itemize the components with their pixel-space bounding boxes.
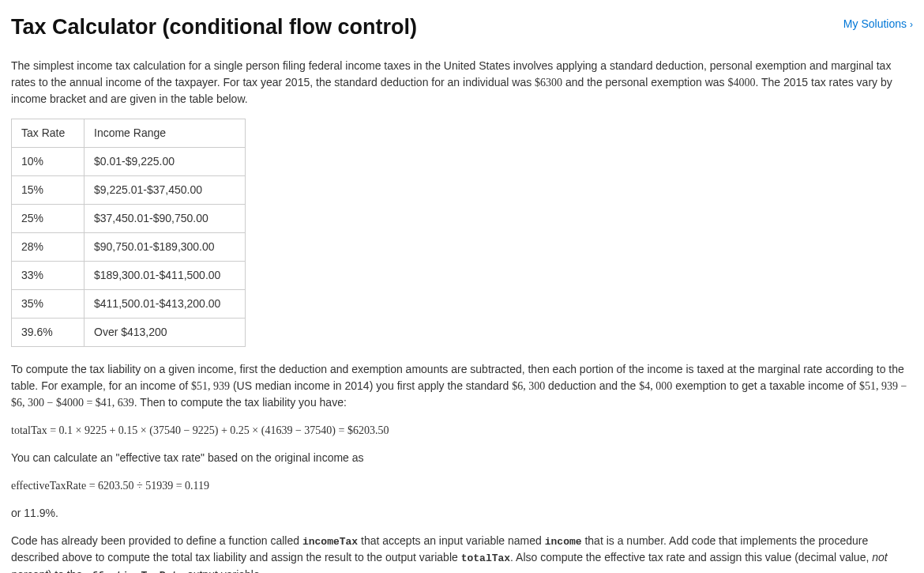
example-paragraph-3: or 11.9%.	[11, 505, 913, 522]
code-fn-name: incomeTax	[302, 536, 358, 548]
code-output-totaltax: totalTax	[461, 552, 510, 564]
intro-paragraph: The simplest income tax calculation for …	[11, 58, 913, 107]
my-solutions-link[interactable]: My Solutions ›	[843, 16, 913, 32]
my-solutions-label: My Solutions	[843, 16, 907, 32]
table-row: 39.6%Over $413,200	[12, 318, 246, 346]
example-paragraph-1: To compute the tax liability on a given …	[11, 361, 913, 411]
page-title: Tax Calculator (conditional flow control…	[11, 11, 417, 43]
table-row: 28%$90,750.01-$189,300.00	[12, 232, 246, 261]
code-input-var: income	[545, 536, 582, 548]
instructions-paragraph-1: Code has already been provided to define…	[11, 533, 913, 574]
equation-totaltax: totalTax = 0.1 × 9225 + 0.15 × (37540 − …	[11, 422, 913, 439]
table-row: 33%$189,300.01-$411,500.00	[12, 261, 246, 289]
table-row: 25%$37,450.01-$90,750.00	[12, 204, 246, 232]
equation-effective-rate: effectiveTaxRate = 6203.50 ÷ 51939 = 0.1…	[11, 477, 913, 494]
code-output-effrate: effectiveTaxRate	[85, 570, 184, 574]
table-row: 35%$411,500.01-$413,200.00	[12, 289, 246, 318]
tax-brackets-table: Tax Rate Income Range 10%$0.01-$9,225.00…	[11, 119, 246, 347]
table-row: 10%$0.01-$9,225.00	[12, 147, 246, 175]
table-header-range: Income Range	[85, 119, 246, 147]
table-row: 15%$9,225.01-$37,450.00	[12, 175, 246, 204]
example-paragraph-2: You can calculate an "effective tax rate…	[11, 450, 913, 466]
chevron-right-icon: ›	[910, 17, 913, 32]
table-header-rate: Tax Rate	[12, 119, 85, 147]
